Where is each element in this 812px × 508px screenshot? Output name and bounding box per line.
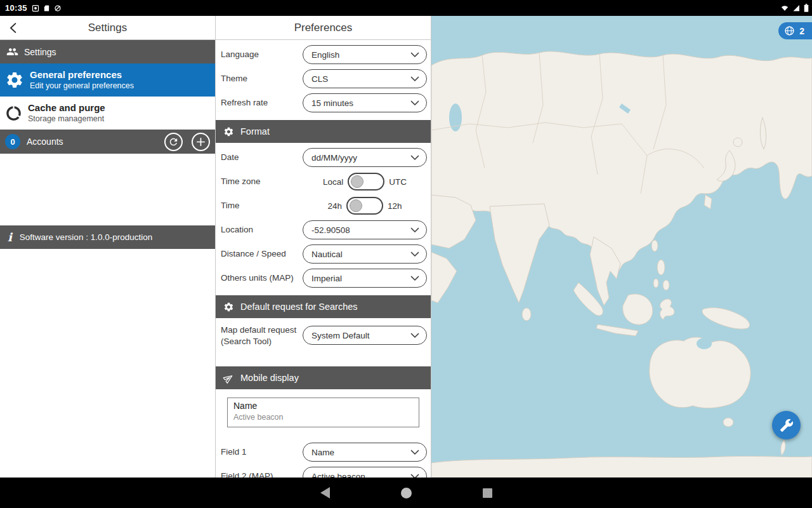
language-dropdown[interactable]: English xyxy=(303,45,427,64)
map-default-request-value: System Default xyxy=(311,331,410,340)
nav-recents-button[interactable] xyxy=(483,488,492,498)
mobile-display-section-label: Mobile display xyxy=(240,373,299,383)
language-row: Language English xyxy=(216,43,431,67)
nav-home-button[interactable] xyxy=(401,488,412,498)
chevron-down-icon xyxy=(410,333,419,338)
nav-back-button[interactable] xyxy=(320,487,330,498)
other-units-dropdown[interactable]: Imperial xyxy=(303,269,427,288)
location-row: Location -52.90508 xyxy=(216,218,431,242)
settings-panel-header: Settings xyxy=(0,16,215,40)
battery-icon xyxy=(804,4,809,12)
info-icon: i xyxy=(8,232,12,243)
back-button[interactable] xyxy=(4,16,24,39)
sidebar-item-subtitle: Storage management xyxy=(28,114,105,124)
field2-dropdown[interactable]: Active beacon xyxy=(303,467,427,478)
people-icon xyxy=(6,46,18,58)
display-preview-line1: Name xyxy=(233,401,413,411)
map-layers-badge[interactable]: 2 xyxy=(778,22,812,39)
gear-icon xyxy=(223,126,234,137)
settings-panel-spacer xyxy=(0,154,215,225)
chevron-down-icon xyxy=(410,227,419,233)
app-body: Settings Settings General preferences Ed… xyxy=(0,16,812,478)
time-option-24h: 24h xyxy=(327,201,342,211)
sidebar-item-text: Cache and purge Storage management xyxy=(28,102,105,124)
format-section-header: Format xyxy=(216,120,431,143)
sidebar-item-subtitle: Edit your general preferences xyxy=(30,81,134,91)
refresh-accounts-button[interactable] xyxy=(164,133,183,151)
paper-plane-icon xyxy=(221,370,237,385)
searches-section-header: Default request for Searches xyxy=(216,295,431,318)
sidebar-item-general-preferences[interactable]: General preferences Edit your general pr… xyxy=(0,64,215,97)
date-format-dropdown[interactable]: dd/MM/yyyy xyxy=(303,148,427,167)
preferences-panel-title: Preferences xyxy=(294,22,353,34)
status-notification-icons xyxy=(32,4,62,12)
sidebar-item-title: General preferences xyxy=(30,69,134,81)
plus-icon xyxy=(195,137,206,147)
accounts-label: Accounts xyxy=(27,137,158,147)
language-label: Language xyxy=(221,49,303,60)
theme-dropdown[interactable]: CLS xyxy=(303,69,427,88)
refresh-rate-row: Refresh rate 15 minutes xyxy=(216,91,431,115)
display-preview-line2: Active beacon xyxy=(233,413,413,422)
distance-speed-label: Distance / Speed xyxy=(221,248,303,260)
refresh-rate-value: 15 minutes xyxy=(311,98,410,108)
accounts-header: 0 Accounts xyxy=(0,130,215,154)
time-zone-label: Time zone xyxy=(221,176,303,187)
time-zone-option-utc: UTC xyxy=(389,177,407,187)
time-option-12h: 12h xyxy=(388,201,402,211)
time-toggle-group: 24h 12h xyxy=(303,197,427,215)
wifi-icon xyxy=(780,4,789,12)
version-bar: i Software version : 1.0.0-production xyxy=(0,225,215,249)
field1-value: Name xyxy=(311,448,410,457)
map-default-request-dropdown[interactable]: System Default xyxy=(303,326,427,345)
world-map-graphic xyxy=(431,16,812,478)
wrench-icon xyxy=(780,418,794,432)
time-format-toggle[interactable] xyxy=(346,197,383,215)
sdcard-icon xyxy=(43,4,50,12)
preferences-panel-header: Preferences xyxy=(216,16,431,40)
add-account-button[interactable] xyxy=(192,133,210,151)
screenshot-icon xyxy=(32,4,39,12)
chevron-left-icon xyxy=(7,21,21,35)
location-format-dropdown[interactable]: -52.90508 xyxy=(303,220,427,239)
pie-chart-icon xyxy=(5,105,22,122)
cellular-signal-icon xyxy=(792,4,801,12)
distance-speed-dropdown[interactable]: Nautical xyxy=(303,244,427,264)
field1-dropdown[interactable]: Name xyxy=(303,443,427,462)
location-label: Location xyxy=(221,224,303,236)
theme-label: Theme xyxy=(221,73,303,84)
android-nav-bar xyxy=(0,478,812,508)
settings-panel-title: Settings xyxy=(88,22,127,34)
map-tools-fab[interactable] xyxy=(772,411,801,439)
sidebar-item-text: General preferences Edit your general pr… xyxy=(30,69,134,91)
time-zone-toggle[interactable] xyxy=(348,173,384,190)
chevron-down-icon xyxy=(410,52,419,58)
map[interactable]: 2 xyxy=(431,16,812,478)
other-units-row: Others units (MAP) Imperial xyxy=(216,266,431,290)
refresh-rate-dropdown[interactable]: 15 minutes xyxy=(303,93,427,112)
map-default-request-label: Map default request (Search Tool) xyxy=(221,324,303,347)
refresh-icon xyxy=(168,137,179,147)
other-units-value: Imperial xyxy=(311,274,410,283)
settings-panel: Settings Settings General preferences Ed… xyxy=(0,16,216,478)
sidebar-item-cache-purge[interactable]: Cache and purge Storage management xyxy=(0,97,215,130)
preferences-panel: Preferences Language English Theme CLS R… xyxy=(216,16,431,478)
field1-label: Field 1 xyxy=(221,446,303,458)
time-zone-option-local: Local xyxy=(323,177,343,187)
gear-icon xyxy=(223,302,234,312)
field1-row: Field 1 Name xyxy=(216,440,431,464)
map-default-request-row: Map default request (Search Tool) System… xyxy=(216,321,431,361)
status-system-icons xyxy=(780,4,812,12)
accounts-count-badge: 0 xyxy=(5,134,20,149)
time-zone-row: Time zone Local UTC xyxy=(216,170,431,194)
chevron-down-icon xyxy=(410,251,419,257)
mobile-display-section-header: Mobile display xyxy=(216,366,431,389)
format-section-label: Format xyxy=(240,126,270,137)
language-value: English xyxy=(311,50,410,60)
date-label: Date xyxy=(221,152,303,163)
chevron-down-icon xyxy=(410,155,419,161)
chevron-down-icon xyxy=(410,450,419,455)
field2-label: Field 2 (MAP) xyxy=(221,471,303,478)
display-preview-box: Name Active beacon xyxy=(227,398,419,427)
settings-section-label: Settings xyxy=(24,47,56,57)
